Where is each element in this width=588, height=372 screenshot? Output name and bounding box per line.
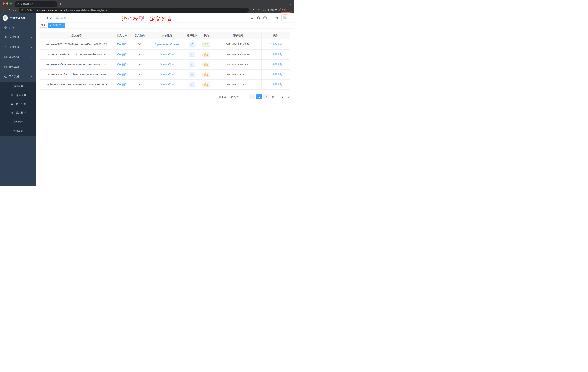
definition-name-link[interactable]: OA 请假 — [117, 43, 126, 46]
fullscreen-icon[interactable] — [270, 16, 273, 19]
sidebar-item-home[interactable]: 首页 — [0, 22, 36, 33]
chevron-down-icon — [31, 36, 33, 38]
search-icon[interactable] — [251, 16, 254, 20]
security-label[interactable]: 不安全 — [25, 9, 32, 12]
help-icon[interactable]: ? — [263, 16, 267, 20]
reload-button[interactable] — [12, 8, 17, 13]
goto-page-group: 前往 页 — [272, 94, 290, 99]
tag-process-definition[interactable]: 流程定义 × — [48, 23, 65, 28]
assign-rule-button[interactable]: 分配规则 — [269, 63, 282, 66]
minimize-window-button[interactable] — [6, 2, 8, 5]
sidebar-item-system[interactable]: 系统管理 — [0, 33, 36, 42]
sidebar-item-label: 任务管理 — [13, 120, 23, 124]
sidebar-item-process-management[interactable]: 流程管理 — [0, 82, 36, 91]
sidebar-item-label: 流程模型 — [16, 111, 26, 114]
chevron-up-icon — [31, 76, 33, 78]
back-button[interactable] — [2, 8, 7, 13]
address-bar[interactable]: 不安全 dashboard.yudao.iocoder.cn /bpm/mana… — [19, 8, 249, 13]
incognito-icon — [263, 9, 266, 12]
font-size-icon[interactable]: tT — [276, 16, 278, 20]
goto-page-input[interactable] — [278, 94, 286, 99]
table-row: oa_leave:2:3c1f0ef1-76b1-11ec-9c66-a2380… — [40, 69, 290, 79]
definition-name-link[interactable]: OA 请假 — [117, 73, 126, 76]
goto-label: 前往 — [272, 95, 277, 98]
form-link[interactable]: /bpm/oa/flow — [160, 73, 174, 76]
sidebar-item-label: 流程管理 — [13, 85, 23, 88]
chevron-down-icon — [244, 96, 245, 98]
sidebar-item-label: 流程表单 — [16, 94, 26, 97]
form-link[interactable]: /bpm/oa/leave/create — [155, 43, 179, 46]
chevron-down-icon — [31, 56, 33, 58]
close-window-button[interactable] — [2, 2, 5, 5]
form-link[interactable]: /bpm/oa/flow — [160, 83, 174, 86]
workflow-submenu: 流程管理 流程表单 用户分组 流程模型 — [0, 82, 36, 136]
browser-tab[interactable]: 芋道管理系统 × — [15, 1, 57, 7]
sidebar-item-process-form[interactable]: 流程表单 — [0, 91, 36, 100]
app-title: 芋道管理系统 — [10, 16, 26, 20]
tab-search-icon[interactable] — [289, 3, 292, 5]
page-size-select[interactable]: 10条/页 — [229, 94, 247, 99]
tab-close-icon[interactable]: × — [53, 3, 55, 6]
app-root: 芋道管理系统 首页 系统管理 ¥ 支付管理 基础设施 — [0, 13, 294, 186]
definition-category: OA — [131, 49, 148, 59]
assign-rule-button[interactable]: 分配规则 — [269, 73, 282, 76]
sidebar-item-devtools[interactable]: 研发工具 — [0, 62, 36, 72]
form-link[interactable]: /bpm/oa/flow — [160, 53, 174, 56]
browser-menu-icon[interactable]: ⋮ — [288, 9, 290, 12]
chevron-down-icon — [31, 66, 33, 68]
avatar[interactable] — [282, 14, 288, 21]
definition-category: OA — [131, 59, 148, 69]
sidebar-item-infrastructure[interactable]: 基础设施 — [0, 52, 36, 62]
password-key-icon[interactable] — [251, 8, 255, 12]
definition-id: oa_leave:5:004b710b-7b8a-11ec-8ef0-acde4… — [40, 39, 113, 49]
assign-rule-button[interactable]: 分配规则 — [269, 43, 282, 46]
sidebar-logo[interactable]: 芋道管理系统 — [0, 13, 36, 22]
definition-name-link[interactable]: OA 请假 — [117, 83, 126, 86]
sidebar-item-payment[interactable]: ¥ 支付管理 — [0, 42, 36, 52]
total-count: 共 5 条 — [219, 95, 226, 98]
page-size-value: 10条/页 — [231, 95, 239, 98]
sidebar-item-process-model[interactable]: 流程模型 — [0, 109, 36, 117]
tag-close-icon[interactable]: × — [62, 24, 64, 27]
prev-page-button[interactable] — [249, 94, 254, 99]
page-number-1[interactable]: 1 — [256, 94, 262, 99]
col-operation: 操作 — [262, 32, 290, 39]
sidebar-item-task-management[interactable]: 任务管理 — [0, 117, 36, 127]
breadcrumb-separator: / — [54, 16, 54, 19]
sidebar-toggle-icon[interactable] — [39, 16, 44, 19]
deploy-time: 2022-01-22 20:34:10 — [214, 49, 262, 59]
monitor-icon — [4, 56, 7, 58]
tag-label: 流程定义 — [52, 24, 61, 27]
sidebar-item-workflow[interactable]: 工作流程 — [0, 72, 36, 82]
document-icon — [10, 94, 14, 97]
deploy-time: 2022-01-22 21:48:38 — [214, 39, 262, 49]
zoom-window-button[interactable] — [10, 2, 12, 5]
page-content: 定义编号 定义名称 定义分类 表单信息 流程版本 状态 部署时间 操作 oa_l… — [36, 28, 294, 186]
tag-home[interactable]: 首页 — [40, 23, 47, 28]
deploy-time: 2022-01-22 19:19:11 — [214, 59, 262, 69]
tab-favicon-icon — [16, 3, 19, 5]
sidebar-item-user-group[interactable]: 用户分组 — [0, 100, 36, 109]
breadcrumb-home[interactable]: 首页 — [47, 16, 52, 20]
next-page-button[interactable] — [264, 94, 269, 99]
definition-name-link[interactable]: OA 请假 — [117, 63, 126, 66]
form-link[interactable]: /bpm/oa/flow — [160, 63, 174, 66]
update-button[interactable]: 更新 ⋮ — [279, 8, 292, 12]
assign-rule-button[interactable]: 分配规则 — [269, 53, 282, 56]
definition-name-link[interactable]: OA 请假 — [117, 53, 126, 56]
chevron-down-icon — [31, 46, 33, 48]
sidebar: 芋道管理系统 首页 系统管理 ¥ 支付管理 基础设施 — [0, 13, 36, 186]
sidebar-item-leave-query[interactable]: 请假查询 — [0, 127, 36, 136]
breadcrumb-current: 流程定义 — [56, 16, 66, 20]
page-unit-label: 页 — [288, 95, 290, 98]
gear-icon — [4, 36, 7, 39]
new-tab-button[interactable]: + — [58, 2, 63, 7]
assign-rule-button[interactable]: 分配规则 — [269, 83, 282, 86]
forward-button[interactable] — [7, 8, 12, 13]
bookmark-star-icon[interactable]: ☆ — [256, 8, 261, 12]
github-icon[interactable] — [257, 16, 260, 20]
user-menu[interactable] — [282, 14, 291, 21]
status-badge: 挂起 — [202, 72, 210, 77]
definition-id: oa_leave:4:991f2193-7b7f-11ec-a3c8-acde4… — [40, 49, 113, 59]
chevron-up-icon — [31, 85, 33, 87]
